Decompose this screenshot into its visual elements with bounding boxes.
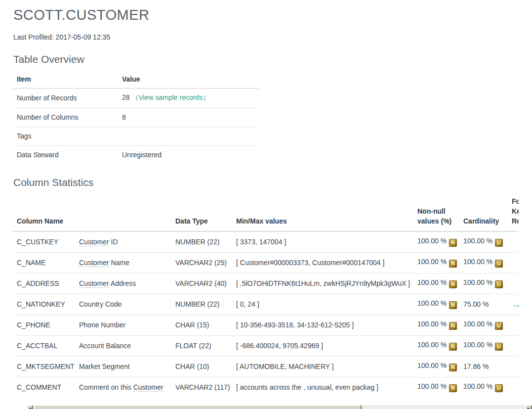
data-type-cell: NUMBER (22) [172,231,233,253]
min-max-cell: [ AUTOMOBILE, MACHINERY ] [233,357,414,377]
page-title: SCOTT.CUSTOMER [13,7,532,23]
foreign-key-cell [508,231,519,253]
cardinality-value: 100.00 % [463,258,492,266]
non-null-cell: 100.00 %N [414,336,460,357]
stats-header-cardinality: Cardinality [460,196,508,231]
left-arrow-icon [29,408,31,409]
glossary-term[interactable]: Customer [79,238,109,246]
overview-value-cell: 8 [119,108,259,127]
not-null-badge: N [449,239,457,247]
column-stats-row: C_PHONEPhone NumberCHAR (15)[ 10-356-493… [13,315,519,336]
overview-value-cell: 28 （View sample records） [119,89,259,108]
view-sample-records-link[interactable]: （View sample records） [131,93,209,101]
non-null-value: 100.00 % [417,237,447,245]
scroll-right-button[interactable] [526,405,532,409]
overview-row: Number of Records28 （View sample records… [13,89,259,108]
column-statistics-scroll-area: Column Name Data Type Min/Max values Non… [13,196,519,398]
non-null-value: 100.00 % [417,278,447,286]
column-name-cell: C_MKTSEGMENT [13,357,76,377]
foreign-key-cell: → [508,294,519,315]
data-type-cell: CHAR (10) [172,357,233,377]
overview-value-text: Unregistered [122,151,162,159]
overview-value-text: 8 [122,113,126,121]
unique-badge: U [495,239,503,247]
min-max-cell: [ -686.400024, 9705.42969 ] [233,336,414,357]
cardinality-value: 75.00 % [463,300,489,308]
non-null-value: 100.00 % [417,258,447,266]
glossary-term[interactable]: Customer [133,383,164,392]
column-stats-row: C_CUSTKEYCustomer IDNUMBER (22)[ 3373, 1… [13,231,519,253]
column-comment-cell: Phone Number [76,315,172,336]
overview-header-item: Item [13,71,119,89]
scrollbar-track[interactable] [362,405,526,409]
non-null-value: 100.00 % [417,320,447,328]
glossary-term[interactable]: Customer [79,279,109,288]
data-type-cell: CHAR (15) [172,315,233,336]
non-null-value: 100.00 % [417,362,447,369]
column-name-cell: C_COMMENT [13,377,76,398]
column-stats-row: C_MKTSEGMENTMarket SegmentCHAR (10)[ AUT… [13,357,519,377]
table-overview-heading: Table Overview [13,53,532,65]
foreign-key-cell [508,253,519,273]
data-type-cell: NUMBER (22) [172,294,233,315]
unique-badge: U [495,384,503,392]
glossary-term[interactable]: Customer [79,259,109,267]
min-max-cell: [ 10-356-493-3518, 34-132-612-5205 ] [233,315,414,336]
unique-badge: U [495,260,503,268]
overview-value-cell [119,127,259,146]
cardinality-cell: 100.00 %U [460,336,508,357]
overview-row: Tags [13,127,259,146]
overview-item-cell: Number of Records [13,89,119,108]
column-comment-cell: Customer Name [76,253,172,273]
cardinality-cell: 100.00 %U [460,253,508,273]
scroll-left-button[interactable] [27,405,33,409]
non-null-value: 100.00 % [417,341,447,349]
column-comment-cell: Customer Address [76,273,172,294]
data-type-cell: VARCHAR2 (40) [172,273,233,294]
foreign-key-cell [508,357,519,377]
cardinality-cell: 100.00 %U [460,315,508,336]
not-null-badge: N [449,260,457,268]
data-type-cell: FLOAT (22) [172,336,233,357]
column-statistics-table: Column Name Data Type Min/Max values Non… [13,196,519,398]
unique-badge: U [495,343,503,351]
non-null-value: 100.00 % [417,382,447,390]
column-stats-row: C_COMMENTComment on this CustomerVARCHAR… [13,377,519,398]
column-name-cell: C_ACCTBAL [13,336,76,357]
overview-row: Data StewardUnregistered [13,146,259,165]
column-name-cell: C_PHONE [13,315,76,336]
table-overview-table: Item Value Number of Records28 （View sam… [13,71,259,164]
cardinality-cell: 100.00 %U [460,273,508,294]
stats-header-foreign-key: Foreign Key References [508,196,519,231]
column-stats-row: C_ACCTBALAccount BalanceFLOAT (22)[ -686… [13,336,519,357]
cardinality-value: 100.00 % [463,278,492,286]
unique-badge: U [495,280,503,288]
column-name-cell: C_NAME [13,253,76,273]
not-null-badge: N [449,343,457,351]
stats-header-min-max: Min/Max values [233,196,414,231]
overview-row: Number of Columns8 [13,108,259,127]
min-max-cell: [ ,5lO7OHiDTFNK6t1HuLm, zwkHSjRJYn9yMpk3… [233,273,414,294]
data-type-cell: VARCHAR2 (25) [172,253,233,273]
column-comment-cell: Comment on this Customer [76,377,172,398]
column-statistics-heading: Column Statistics [13,177,532,188]
cardinality-value: 100.00 % [463,341,492,349]
not-null-badge: N [449,384,457,392]
foreign-key-arrow-icon[interactable]: → [512,299,519,310]
scrollbar-thumb[interactable] [34,405,362,409]
unique-badge: U [495,322,503,330]
column-name-cell: C_ADDRESS [13,273,76,294]
cardinality-cell: 100.00 %U [460,377,508,398]
column-comment-cell: Account Balance [76,336,172,357]
non-null-value: 100.00 % [417,299,447,307]
overview-value-text: 28 [122,93,130,101]
foreign-key-cell [508,315,519,336]
column-comment-cell: Country Code [76,294,172,315]
non-null-cell: 100.00 %N [414,273,460,294]
not-null-badge: N [449,280,457,288]
cardinality-value: 17.86 % [463,363,489,370]
stats-header-non-null: Non-null values (%) [414,196,460,231]
horizontal-scrollbar[interactable] [27,405,532,409]
cardinality-cell: 100.00 %U [460,231,508,253]
foreign-key-cell [508,336,519,357]
